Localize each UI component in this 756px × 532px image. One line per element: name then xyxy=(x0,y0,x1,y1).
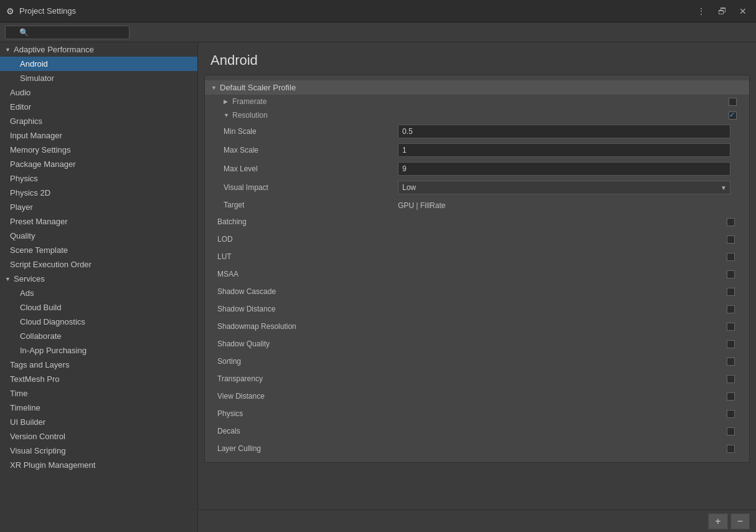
decals-checkbox[interactable] xyxy=(727,427,735,435)
visual-impact-select[interactable]: Low Medium High xyxy=(398,181,730,194)
sidebar-item-cloud-build[interactable]: Cloud Build xyxy=(0,300,197,315)
sidebar-item-in-app-purchasing[interactable]: In-App Purchasing xyxy=(0,343,197,358)
sidebar-item-label: Script Execution Order xyxy=(10,260,92,269)
framerate-header[interactable]: ▶ Framerate xyxy=(205,95,749,108)
sidebar-item-script-execution-order[interactable]: Script Execution Order xyxy=(0,257,197,272)
view-distance-checkbox[interactable] xyxy=(727,392,735,401)
sidebar-item-package-manager[interactable]: Package Manager xyxy=(0,157,197,171)
shadowmap-resolution-checkbox[interactable] xyxy=(727,323,735,331)
sidebar-item-label: Collaborate xyxy=(20,331,62,341)
checkbox-row-decals: Decals xyxy=(205,422,749,440)
sidebar-item-label: XR Plugin Management xyxy=(10,460,95,470)
sidebar-item-physics[interactable]: Physics xyxy=(0,171,197,186)
content-footer: + − xyxy=(198,510,756,532)
sidebar-item-visual-scripting[interactable]: Visual Scripting xyxy=(0,444,197,458)
checkbox-row-sorting: Sorting xyxy=(205,353,749,370)
transparency-checkbox[interactable] xyxy=(727,375,735,383)
framerate-checkbox[interactable] xyxy=(729,98,737,106)
physics-label: Physics xyxy=(217,409,724,418)
sidebar-item-timeline[interactable]: Timeline xyxy=(0,401,197,415)
sidebar-item-scene-template[interactable]: Scene Template xyxy=(0,243,197,257)
add-button[interactable]: + xyxy=(708,513,727,530)
sidebar-item-label: Adaptive Performance xyxy=(14,45,94,54)
sidebar-item-label: Version Control xyxy=(10,432,65,441)
sorting-checkbox[interactable] xyxy=(727,358,735,366)
sidebar-item-audio[interactable]: Audio xyxy=(0,85,197,100)
checkbox-row-layer-culling: Layer Culling xyxy=(205,440,749,457)
section-header-label: Default Scaler Profile xyxy=(220,83,296,92)
sorting-label: Sorting xyxy=(217,357,724,366)
sidebar-item-label: Cloud Diagnostics xyxy=(20,317,85,326)
inner-content: ▼ Default Scaler Profile ▶ Framerate ▼ R… xyxy=(198,75,756,510)
batching-checkbox[interactable] xyxy=(727,218,735,226)
sidebar-item-tags-and-layers[interactable]: Tags and Layers xyxy=(0,358,197,372)
sidebar-item-services[interactable]: ▼Services xyxy=(0,272,197,286)
resolution-header[interactable]: ▼ Resolution xyxy=(205,108,749,122)
sidebar-item-editor[interactable]: Editor xyxy=(0,100,197,114)
sidebar-item-adaptive-performance[interactable]: ▼Adaptive Performance xyxy=(0,42,197,57)
sidebar-item-label: Android xyxy=(20,59,48,69)
sidebar-item-textmesh-pro[interactable]: TextMesh Pro xyxy=(0,372,197,386)
max-level-control xyxy=(398,162,730,176)
target-label: Target xyxy=(224,201,398,209)
max-level-input[interactable] xyxy=(398,162,730,176)
checkbox-row-shadow-cascade: Shadow Cascade xyxy=(205,283,749,300)
sidebar-item-memory-settings[interactable]: Memory Settings xyxy=(0,143,197,157)
sidebar-item-graphics[interactable]: Graphics xyxy=(0,114,197,128)
shadow-distance-checkbox[interactable] xyxy=(727,305,735,313)
visual-impact-control: Low Medium High ▼ xyxy=(398,181,730,194)
shadow-cascade-checkbox[interactable] xyxy=(727,288,735,296)
close-button[interactable]: ✕ xyxy=(736,5,750,17)
window-title: Project Settings xyxy=(19,6,694,16)
shadow-quality-checkbox[interactable] xyxy=(727,340,735,348)
max-level-label: Max Level xyxy=(224,164,398,173)
sidebar-item-label: Player xyxy=(10,202,33,212)
search-wrapper: 🔍 xyxy=(5,26,130,39)
visual-impact-row: Visual Impact Low Medium High ▼ xyxy=(205,178,749,197)
remove-button[interactable]: − xyxy=(730,513,750,530)
sidebar-item-android[interactable]: Android xyxy=(0,57,197,71)
max-scale-label: Max Scale xyxy=(224,146,398,154)
sidebar-item-player[interactable]: Player xyxy=(0,200,197,214)
search-input[interactable] xyxy=(5,26,130,39)
resolution-checkbox[interactable] xyxy=(729,112,737,120)
lod-checkbox[interactable] xyxy=(727,235,735,244)
more-button[interactable]: ⋮ xyxy=(694,5,709,17)
sidebar-item-cloud-diagnostics[interactable]: Cloud Diagnostics xyxy=(0,315,197,329)
sidebar-item-collaborate[interactable]: Collaborate xyxy=(0,329,197,343)
scroll-area: ▼ Default Scaler Profile ▶ Framerate ▼ R… xyxy=(198,75,756,510)
sidebar-item-quality[interactable]: Quality xyxy=(0,229,197,243)
max-scale-control xyxy=(398,143,730,157)
sidebar-item-preset-manager[interactable]: Preset Manager xyxy=(0,214,197,229)
sidebar-item-input-manager[interactable]: Input Manager xyxy=(0,128,197,143)
framerate-label: Framerate xyxy=(232,97,267,106)
layer-culling-checkbox[interactable] xyxy=(727,445,735,453)
sidebar-item-xr-plugin-management[interactable]: XR Plugin Management xyxy=(0,458,197,472)
restore-button[interactable]: 🗗 xyxy=(715,5,730,17)
sidebar-item-ui-builder[interactable]: UI Builder xyxy=(0,415,197,429)
min-scale-control xyxy=(398,125,730,138)
sidebar-item-time[interactable]: Time xyxy=(0,386,197,401)
main-area: ▼Adaptive PerformanceAndroidSimulatorAud… xyxy=(0,42,756,532)
msaa-checkbox[interactable] xyxy=(727,270,735,278)
shadowmap-resolution-label: Shadowmap Resolution xyxy=(217,322,724,331)
min-scale-row: Min Scale xyxy=(205,122,749,141)
default-scaler-profile-header[interactable]: ▼ Default Scaler Profile xyxy=(205,80,749,95)
content-header: Android xyxy=(198,42,756,75)
sidebar-item-version-control[interactable]: Version Control xyxy=(0,429,197,444)
sidebar-item-label: In-App Purchasing xyxy=(20,346,87,355)
lut-checkbox[interactable] xyxy=(727,253,735,261)
sidebar-item-label: Editor xyxy=(10,102,31,112)
transparency-label: Transparency xyxy=(217,374,724,383)
checkbox-row-physics: Physics xyxy=(205,405,749,422)
sidebar-item-physics2d[interactable]: Physics 2D xyxy=(0,186,197,200)
physics-checkbox[interactable] xyxy=(727,410,735,418)
min-scale-input[interactable] xyxy=(398,125,730,138)
lut-label: LUT xyxy=(217,252,724,261)
sidebar-item-ads[interactable]: Ads xyxy=(0,286,197,300)
settings-panel: ▼ Default Scaler Profile ▶ Framerate ▼ R… xyxy=(204,75,750,463)
sidebar-item-simulator[interactable]: Simulator xyxy=(0,71,197,85)
max-scale-input[interactable] xyxy=(398,143,730,157)
target-row: Target GPU | FillRate xyxy=(205,197,749,213)
checkbox-row-shadowmap-resolution: Shadowmap Resolution xyxy=(205,318,749,335)
